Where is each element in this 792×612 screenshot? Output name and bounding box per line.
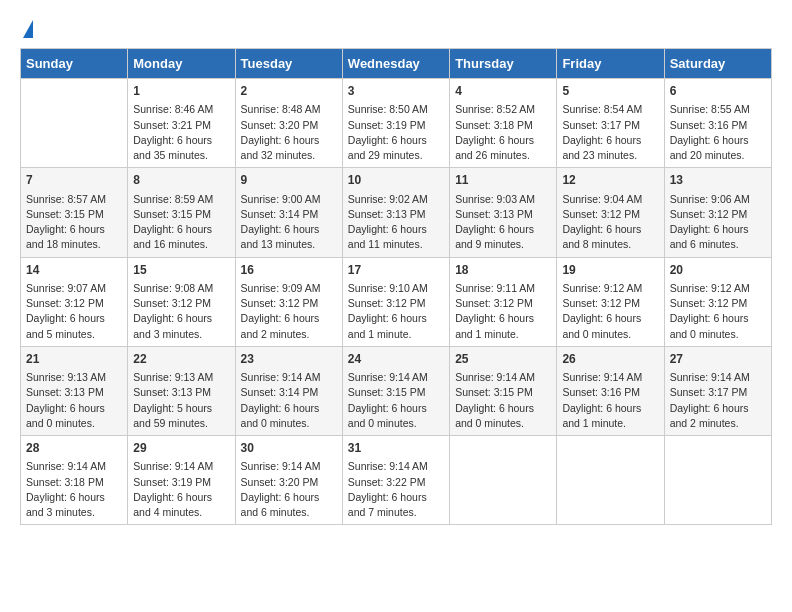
- day-info: Sunrise: 9:08 AM Sunset: 3:12 PM Dayligh…: [133, 281, 229, 342]
- day-number: 25: [455, 351, 551, 368]
- day-info: Sunrise: 8:55 AM Sunset: 3:16 PM Dayligh…: [670, 102, 766, 163]
- day-number: 6: [670, 83, 766, 100]
- calendar-week-row: 14Sunrise: 9:07 AM Sunset: 3:12 PM Dayli…: [21, 257, 772, 346]
- day-info: Sunrise: 9:00 AM Sunset: 3:14 PM Dayligh…: [241, 192, 337, 253]
- calendar-cell: 27Sunrise: 9:14 AM Sunset: 3:17 PM Dayli…: [664, 346, 771, 435]
- calendar-week-row: 28Sunrise: 9:14 AM Sunset: 3:18 PM Dayli…: [21, 436, 772, 525]
- day-info: Sunrise: 8:48 AM Sunset: 3:20 PM Dayligh…: [241, 102, 337, 163]
- calendar-header: SundayMondayTuesdayWednesdayThursdayFrid…: [21, 49, 772, 79]
- calendar-cell: 23Sunrise: 9:14 AM Sunset: 3:14 PM Dayli…: [235, 346, 342, 435]
- calendar-cell: 12Sunrise: 9:04 AM Sunset: 3:12 PM Dayli…: [557, 168, 664, 257]
- day-number: 9: [241, 172, 337, 189]
- calendar-cell: [664, 436, 771, 525]
- day-info: Sunrise: 9:06 AM Sunset: 3:12 PM Dayligh…: [670, 192, 766, 253]
- day-info: Sunrise: 9:14 AM Sunset: 3:17 PM Dayligh…: [670, 370, 766, 431]
- day-number: 5: [562, 83, 658, 100]
- day-info: Sunrise: 9:14 AM Sunset: 3:22 PM Dayligh…: [348, 459, 444, 520]
- day-info: Sunrise: 8:52 AM Sunset: 3:18 PM Dayligh…: [455, 102, 551, 163]
- calendar-cell: 17Sunrise: 9:10 AM Sunset: 3:12 PM Dayli…: [342, 257, 449, 346]
- logo-triangle-icon: [23, 20, 33, 38]
- calendar-cell: 18Sunrise: 9:11 AM Sunset: 3:12 PM Dayli…: [450, 257, 557, 346]
- calendar-cell: 4Sunrise: 8:52 AM Sunset: 3:18 PM Daylig…: [450, 79, 557, 168]
- day-number: 12: [562, 172, 658, 189]
- calendar-cell: 22Sunrise: 9:13 AM Sunset: 3:13 PM Dayli…: [128, 346, 235, 435]
- day-info: Sunrise: 9:13 AM Sunset: 3:13 PM Dayligh…: [26, 370, 122, 431]
- page-header: [20, 20, 772, 40]
- day-number: 4: [455, 83, 551, 100]
- day-number: 21: [26, 351, 122, 368]
- calendar-cell: 24Sunrise: 9:14 AM Sunset: 3:15 PM Dayli…: [342, 346, 449, 435]
- day-info: Sunrise: 9:14 AM Sunset: 3:19 PM Dayligh…: [133, 459, 229, 520]
- day-number: 3: [348, 83, 444, 100]
- day-info: Sunrise: 9:14 AM Sunset: 3:18 PM Dayligh…: [26, 459, 122, 520]
- calendar-week-row: 7Sunrise: 8:57 AM Sunset: 3:15 PM Daylig…: [21, 168, 772, 257]
- day-number: 2: [241, 83, 337, 100]
- day-info: Sunrise: 9:12 AM Sunset: 3:12 PM Dayligh…: [670, 281, 766, 342]
- calendar-cell: 26Sunrise: 9:14 AM Sunset: 3:16 PM Dayli…: [557, 346, 664, 435]
- weekday-header-sunday: Sunday: [21, 49, 128, 79]
- day-info: Sunrise: 9:09 AM Sunset: 3:12 PM Dayligh…: [241, 281, 337, 342]
- day-info: Sunrise: 9:14 AM Sunset: 3:14 PM Dayligh…: [241, 370, 337, 431]
- day-number: 14: [26, 262, 122, 279]
- calendar-week-row: 21Sunrise: 9:13 AM Sunset: 3:13 PM Dayli…: [21, 346, 772, 435]
- calendar-cell: 21Sunrise: 9:13 AM Sunset: 3:13 PM Dayli…: [21, 346, 128, 435]
- calendar-cell: 9Sunrise: 9:00 AM Sunset: 3:14 PM Daylig…: [235, 168, 342, 257]
- weekday-header-row: SundayMondayTuesdayWednesdayThursdayFrid…: [21, 49, 772, 79]
- day-number: 18: [455, 262, 551, 279]
- calendar-cell: 11Sunrise: 9:03 AM Sunset: 3:13 PM Dayli…: [450, 168, 557, 257]
- weekday-header-tuesday: Tuesday: [235, 49, 342, 79]
- calendar-cell: 2Sunrise: 8:48 AM Sunset: 3:20 PM Daylig…: [235, 79, 342, 168]
- day-info: Sunrise: 8:54 AM Sunset: 3:17 PM Dayligh…: [562, 102, 658, 163]
- logo: [20, 20, 33, 40]
- calendar-cell: 1Sunrise: 8:46 AM Sunset: 3:21 PM Daylig…: [128, 79, 235, 168]
- calendar-cell: 28Sunrise: 9:14 AM Sunset: 3:18 PM Dayli…: [21, 436, 128, 525]
- calendar-table: SundayMondayTuesdayWednesdayThursdayFrid…: [20, 48, 772, 525]
- day-info: Sunrise: 9:07 AM Sunset: 3:12 PM Dayligh…: [26, 281, 122, 342]
- calendar-cell: 5Sunrise: 8:54 AM Sunset: 3:17 PM Daylig…: [557, 79, 664, 168]
- day-info: Sunrise: 9:13 AM Sunset: 3:13 PM Dayligh…: [133, 370, 229, 431]
- calendar-cell: 30Sunrise: 9:14 AM Sunset: 3:20 PM Dayli…: [235, 436, 342, 525]
- weekday-header-friday: Friday: [557, 49, 664, 79]
- day-number: 20: [670, 262, 766, 279]
- calendar-cell: [450, 436, 557, 525]
- day-number: 10: [348, 172, 444, 189]
- day-number: 30: [241, 440, 337, 457]
- day-number: 28: [26, 440, 122, 457]
- day-number: 31: [348, 440, 444, 457]
- calendar-week-row: 1Sunrise: 8:46 AM Sunset: 3:21 PM Daylig…: [21, 79, 772, 168]
- day-number: 8: [133, 172, 229, 189]
- calendar-cell: 19Sunrise: 9:12 AM Sunset: 3:12 PM Dayli…: [557, 257, 664, 346]
- day-info: Sunrise: 8:50 AM Sunset: 3:19 PM Dayligh…: [348, 102, 444, 163]
- day-info: Sunrise: 9:14 AM Sunset: 3:16 PM Dayligh…: [562, 370, 658, 431]
- day-number: 23: [241, 351, 337, 368]
- day-number: 22: [133, 351, 229, 368]
- weekday-header-wednesday: Wednesday: [342, 49, 449, 79]
- calendar-cell: 31Sunrise: 9:14 AM Sunset: 3:22 PM Dayli…: [342, 436, 449, 525]
- weekday-header-monday: Monday: [128, 49, 235, 79]
- day-number: 17: [348, 262, 444, 279]
- calendar-cell: [21, 79, 128, 168]
- calendar-cell: 16Sunrise: 9:09 AM Sunset: 3:12 PM Dayli…: [235, 257, 342, 346]
- calendar-cell: 20Sunrise: 9:12 AM Sunset: 3:12 PM Dayli…: [664, 257, 771, 346]
- calendar-cell: 7Sunrise: 8:57 AM Sunset: 3:15 PM Daylig…: [21, 168, 128, 257]
- day-info: Sunrise: 8:46 AM Sunset: 3:21 PM Dayligh…: [133, 102, 229, 163]
- calendar-cell: 29Sunrise: 9:14 AM Sunset: 3:19 PM Dayli…: [128, 436, 235, 525]
- day-info: Sunrise: 9:14 AM Sunset: 3:15 PM Dayligh…: [455, 370, 551, 431]
- calendar-cell: 25Sunrise: 9:14 AM Sunset: 3:15 PM Dayli…: [450, 346, 557, 435]
- day-number: 26: [562, 351, 658, 368]
- weekday-header-saturday: Saturday: [664, 49, 771, 79]
- calendar-cell: 3Sunrise: 8:50 AM Sunset: 3:19 PM Daylig…: [342, 79, 449, 168]
- day-number: 29: [133, 440, 229, 457]
- calendar-cell: 14Sunrise: 9:07 AM Sunset: 3:12 PM Dayli…: [21, 257, 128, 346]
- day-number: 27: [670, 351, 766, 368]
- day-info: Sunrise: 9:02 AM Sunset: 3:13 PM Dayligh…: [348, 192, 444, 253]
- day-info: Sunrise: 9:12 AM Sunset: 3:12 PM Dayligh…: [562, 281, 658, 342]
- day-info: Sunrise: 9:04 AM Sunset: 3:12 PM Dayligh…: [562, 192, 658, 253]
- day-info: Sunrise: 9:14 AM Sunset: 3:20 PM Dayligh…: [241, 459, 337, 520]
- weekday-header-thursday: Thursday: [450, 49, 557, 79]
- calendar-cell: 6Sunrise: 8:55 AM Sunset: 3:16 PM Daylig…: [664, 79, 771, 168]
- day-info: Sunrise: 9:03 AM Sunset: 3:13 PM Dayligh…: [455, 192, 551, 253]
- day-info: Sunrise: 9:11 AM Sunset: 3:12 PM Dayligh…: [455, 281, 551, 342]
- day-number: 19: [562, 262, 658, 279]
- day-number: 11: [455, 172, 551, 189]
